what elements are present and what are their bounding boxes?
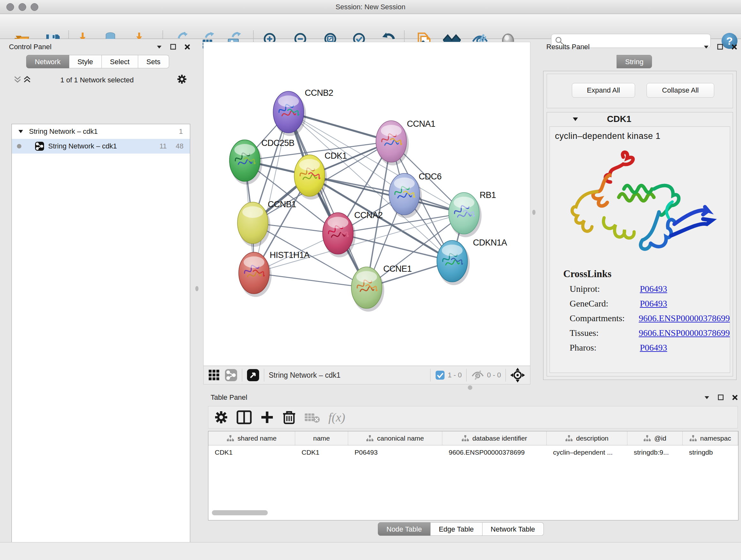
column-header-@id[interactable]: @id — [627, 431, 683, 445]
network-collection-row[interactable]: String Network – cdk1 1 — [12, 124, 190, 139]
crosslinks-title: CrossLinks — [563, 268, 730, 280]
tab-edge-table[interactable]: Edge Table — [430, 522, 482, 536]
node-label: CDC6 — [419, 172, 442, 181]
table-cell[interactable]: CDK1 — [208, 449, 295, 456]
table-cell[interactable]: stringdb:9... — [627, 449, 683, 456]
crosslink-link[interactable]: 9606.ENSP00000378699 — [639, 328, 730, 338]
network-node-ccnb1[interactable]: CCNB1 — [238, 199, 296, 247]
shared-column-icon — [643, 435, 651, 442]
network-node-hist1h1a[interactable]: HIST1H1A — [239, 250, 310, 297]
tab-select[interactable]: Select — [102, 55, 138, 68]
column-header-name[interactable]: name — [295, 431, 348, 445]
control-panel-tabs: NetworkStyleSelectSets — [26, 55, 169, 68]
table-toolbar: f(x) — [208, 406, 738, 428]
network-node-cdkn1a[interactable]: CDKN1A — [437, 238, 507, 285]
collapse-panel-icon[interactable] — [703, 44, 710, 51]
node-label: CCNB2 — [305, 88, 333, 98]
status-bar: Memory — [0, 542, 741, 560]
close-panel-icon[interactable] — [184, 44, 191, 51]
column-header-namespac[interactable]: namespac — [683, 431, 738, 445]
gene-description: cyclin–dependent kinase 1 — [555, 131, 730, 141]
network-node-cdc25b[interactable]: CDC25B — [229, 138, 294, 185]
float-panel-icon[interactable] — [718, 394, 724, 401]
table-horizontal-scrollbar[interactable] — [212, 510, 268, 515]
collapse-panel-icon[interactable] — [703, 394, 711, 401]
crosslink-link[interactable]: 9606.ENSP00000378699 — [639, 313, 730, 323]
network-row-label: String Network – cdk1 — [48, 142, 117, 150]
crosslink-row: Pharos:P06493 — [550, 340, 730, 355]
create-column-icon[interactable] — [260, 410, 274, 424]
edge-count: 48 — [176, 142, 184, 150]
column-header-canonical-name[interactable]: canonical name — [348, 431, 442, 445]
crosslink-label: Tissues: — [569, 328, 639, 338]
protein-structure-image — [556, 144, 729, 262]
right-splitter-grip[interactable] — [532, 210, 536, 215]
collapse-all-button[interactable]: Collapse All — [647, 83, 714, 98]
birds-eye-view-icon[interactable] — [208, 369, 220, 381]
hidden-eye-icon[interactable] — [471, 370, 484, 381]
view-indicator-dot — [17, 144, 21, 148]
float-panel-icon[interactable] — [170, 44, 177, 51]
node-label: RB1 — [480, 190, 496, 200]
network-node-ccne1[interactable]: CCNE1 — [351, 264, 412, 312]
string-view-icon[interactable] — [225, 369, 238, 381]
network-options-gear-icon[interactable] — [177, 74, 187, 84]
crosslink-link[interactable]: P06493 — [640, 299, 667, 309]
window-title: Session: New Session — [0, 0, 741, 14]
section-collapse-icon[interactable] — [572, 116, 579, 123]
crosslinks-list: Uniprot:P06493GeneCard:P06493Compartment… — [550, 282, 730, 355]
network-row-selected[interactable]: String Network – cdk1 11 48 — [12, 139, 190, 153]
crosslink-label: GeneCard: — [569, 299, 640, 309]
column-header-shared-name[interactable]: shared name — [208, 431, 295, 445]
node-label: CCNA2 — [354, 210, 383, 220]
node-label: CCNE1 — [383, 264, 412, 273]
table-cell[interactable]: P06493 — [348, 449, 442, 456]
crosslink-link[interactable]: P06493 — [640, 284, 667, 294]
network-edge — [254, 112, 288, 273]
shared-column-icon — [366, 435, 374, 442]
main-toolbar: ? — [0, 14, 741, 39]
table-row[interactable]: CDK1CDK1P064939606.ENSP00000378699cyclin… — [208, 445, 738, 459]
tab-network-table[interactable]: Network Table — [482, 522, 544, 536]
close-panel-icon[interactable] — [731, 44, 738, 51]
tab-node-table[interactable]: Node Table — [378, 522, 430, 536]
tab-sets[interactable]: Sets — [138, 55, 169, 68]
bottom-splitter-grip[interactable] — [468, 385, 472, 390]
shared-column-icon — [226, 435, 234, 442]
network-canvas[interactable]: CCNB2CCNA1CDC25BCDK1CDC6RB1CCNB1CCNA2CDK… — [203, 42, 530, 366]
float-panel-icon[interactable] — [717, 44, 724, 51]
expand-all-button[interactable]: Expand All — [572, 83, 635, 98]
network-node-rb1[interactable]: RB1 — [449, 190, 496, 237]
delete-column-icon[interactable] — [282, 410, 296, 425]
results-panel-title: Results Panel — [546, 43, 590, 51]
open-view-in-window-icon[interactable] — [247, 369, 259, 381]
table-cell[interactable]: stringdb — [683, 449, 738, 456]
show-columns-icon[interactable] — [237, 410, 252, 424]
crosslink-row: Compartments:9606.ENSP00000378699 — [550, 311, 730, 326]
close-panel-icon[interactable] — [731, 394, 738, 401]
crosslink-link[interactable]: P06493 — [640, 343, 667, 353]
control-panel: Control Panel NetworkStyleSelectSets 1 o… — [3, 39, 192, 541]
gene-section: CDK1 cyclin–dependent kinase 1 — [547, 112, 733, 376]
column-header-database-identifier[interactable]: database identifier — [442, 431, 547, 445]
table-cell[interactable]: CDK1 — [295, 449, 348, 456]
network-node-cdc6[interactable]: CDC6 — [389, 172, 442, 218]
table-cell[interactable]: cyclin–dependent ... — [547, 449, 627, 456]
tab-network[interactable]: Network — [26, 55, 69, 68]
left-splitter-grip[interactable] — [195, 286, 199, 291]
network-node-ccna1[interactable]: CCNA1 — [376, 119, 435, 165]
table-cell[interactable]: 9606.ENSP00000378699 — [442, 449, 547, 456]
function-builder-icon-disabled: f(x) — [328, 410, 345, 424]
tab-style[interactable]: Style — [69, 55, 102, 68]
selected-nodes-checkbox[interactable] — [435, 370, 445, 380]
network-node-ccnb2[interactable]: CCNB2 — [273, 88, 333, 136]
column-header-description[interactable]: description — [547, 431, 627, 445]
fit-content-crosshair-icon[interactable] — [510, 368, 525, 382]
network-collection-label: String Network – cdk1 — [29, 127, 98, 136]
collapse-panel-icon[interactable] — [156, 44, 163, 51]
tab-string[interactable]: String — [616, 55, 652, 68]
network-node-ccna2[interactable]: CCNA2 — [323, 210, 383, 257]
table-options-gear-icon[interactable] — [214, 410, 228, 424]
crosslink-label: Compartments: — [569, 313, 639, 323]
tree-expand-icon[interactable] — [17, 128, 24, 135]
